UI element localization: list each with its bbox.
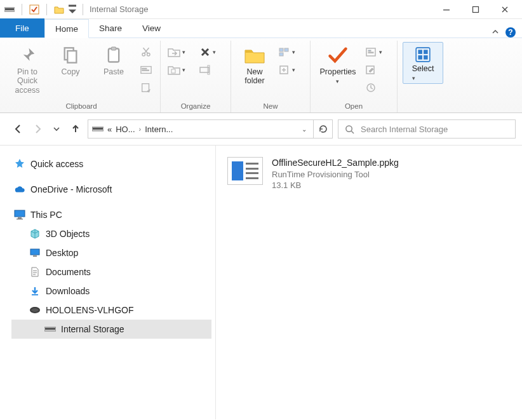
tab-share[interactable]: Share xyxy=(89,18,132,37)
tree-desktop[interactable]: Desktop xyxy=(11,243,211,262)
close-button[interactable] xyxy=(490,0,519,19)
tree-downloads[interactable]: Downloads xyxy=(11,281,211,301)
tree-label: Internal Storage xyxy=(61,324,124,334)
svg-rect-21 xyxy=(279,53,283,56)
select-grid-icon xyxy=(413,45,432,64)
new-folder-button[interactable]: New folder xyxy=(236,42,273,86)
help-icon[interactable]: ? xyxy=(505,27,516,37)
cube-icon xyxy=(29,228,41,240)
tree-label: OneDrive - Microsoft xyxy=(30,184,112,194)
svg-rect-37 xyxy=(18,217,22,219)
svg-rect-4 xyxy=(443,10,450,10)
svg-rect-39 xyxy=(30,249,39,255)
back-button[interactable] xyxy=(11,122,25,136)
svg-rect-45 xyxy=(45,328,55,330)
quick-access-toolbar xyxy=(4,4,86,15)
checkmark-icon xyxy=(327,44,349,66)
address-dropdown-icon[interactable]: ⌄ xyxy=(299,126,309,133)
copy-button[interactable]: Copy xyxy=(51,42,90,76)
rename-button[interactable] xyxy=(197,62,225,78)
svg-rect-7 xyxy=(67,51,76,63)
navigation-bar: « HO... › Intern... ⌄ xyxy=(0,113,522,146)
search-input[interactable] xyxy=(359,124,509,135)
recent-locations-button[interactable] xyxy=(50,122,64,136)
search-icon xyxy=(345,125,354,134)
svg-rect-16 xyxy=(171,69,175,73)
up-button[interactable] xyxy=(69,122,83,136)
tab-home[interactable]: Home xyxy=(44,19,89,38)
move-to-button[interactable]: ▾ xyxy=(166,44,194,60)
easy-access-button[interactable]: ▾ xyxy=(277,62,305,78)
tree-this-pc[interactable]: This PC xyxy=(11,205,211,224)
history-button[interactable] xyxy=(364,80,392,95)
pin-to-quick-access-button[interactable]: Pin to Quick access xyxy=(8,42,47,95)
document-icon xyxy=(29,266,41,278)
ribbon-group-new: New folder ▾ ▾ New xyxy=(231,41,311,112)
new-folder-label: New folder xyxy=(236,67,273,86)
copy-icon xyxy=(60,44,81,66)
paste-button[interactable]: Paste xyxy=(94,42,133,76)
svg-rect-19 xyxy=(279,48,283,51)
delete-button[interactable]: ▾ xyxy=(197,44,225,60)
tree-internal-storage[interactable]: Internal Storage xyxy=(11,320,211,339)
drive-icon xyxy=(44,323,56,335)
file-item[interactable]: OfflineSecureHL2_Sample.ppkg RunTime Pro… xyxy=(225,154,513,194)
svg-rect-32 xyxy=(424,55,428,60)
svg-rect-31 xyxy=(418,55,422,60)
chevron-right-icon[interactable]: › xyxy=(139,125,142,133)
svg-rect-29 xyxy=(418,50,422,54)
minimize-button[interactable] xyxy=(432,0,461,19)
open-button[interactable]: ▾ xyxy=(364,44,392,60)
tree-onedrive[interactable]: OneDrive - Microsoft xyxy=(11,180,211,199)
ribbon-group-open: Properties▾ ▾ Open xyxy=(311,41,398,112)
qat-customize-dropdown-icon[interactable] xyxy=(69,4,76,15)
file-type: RunTime Provisioning Tool xyxy=(272,169,399,180)
properties-button[interactable]: Properties▾ xyxy=(316,42,360,86)
folder-icon[interactable] xyxy=(53,4,65,15)
drive-icon xyxy=(92,125,104,133)
svg-rect-1 xyxy=(5,8,14,10)
checkmark-icon[interactable] xyxy=(29,4,40,15)
cut-button[interactable] xyxy=(137,44,155,60)
copy-to-button[interactable]: ▾ xyxy=(166,62,194,78)
copy-path-button[interactable] xyxy=(137,62,155,78)
tree-quick-access[interactable]: Quick access xyxy=(11,154,211,173)
svg-point-43 xyxy=(31,308,39,312)
tab-view[interactable]: View xyxy=(132,18,171,37)
tree-3d-objects[interactable]: 3D Objects xyxy=(11,224,211,243)
svg-rect-5 xyxy=(473,6,479,12)
tree-label: HOLOLENS-VLHGOF xyxy=(46,305,133,315)
tree-label: This PC xyxy=(30,210,62,220)
refresh-button[interactable] xyxy=(314,119,333,139)
search-box[interactable] xyxy=(338,119,516,139)
desktop-icon xyxy=(29,247,41,259)
ribbon-group-clipboard: Pin to Quick access Copy Paste xyxy=(3,41,161,112)
select-button[interactable]: Select▾ xyxy=(403,42,443,84)
ribbon-tabs: File Home Share View ? xyxy=(0,19,522,38)
tree-hololens-device[interactable]: HOLOLENS-VLHGOF xyxy=(11,301,211,320)
edit-button[interactable] xyxy=(364,62,392,78)
new-item-button[interactable]: ▾ xyxy=(277,44,305,60)
svg-rect-3 xyxy=(69,4,76,6)
svg-rect-30 xyxy=(424,50,428,54)
maximize-button[interactable] xyxy=(461,0,490,19)
tab-file[interactable]: File xyxy=(0,18,44,37)
download-arrow-icon xyxy=(29,285,41,297)
address-bar[interactable]: « HO... › Intern... ⌄ xyxy=(88,119,314,139)
collapse-ribbon-button[interactable] xyxy=(492,28,499,37)
breadcrumb-current[interactable]: Intern... xyxy=(145,125,173,134)
svg-rect-14 xyxy=(142,70,149,71)
forward-button[interactable] xyxy=(30,122,44,136)
file-size: 13.1 KB xyxy=(272,180,399,191)
file-name: OfflineSecureHL2_Sample.ppkg xyxy=(272,157,399,169)
ribbon: Pin to Quick access Copy Paste xyxy=(0,38,522,113)
svg-rect-9 xyxy=(112,47,116,50)
pin-icon xyxy=(17,44,38,66)
tree-label: 3D Objects xyxy=(46,229,90,239)
breadcrumb-parent[interactable]: HO... xyxy=(116,125,135,134)
paste-shortcut-button[interactable] xyxy=(137,80,155,95)
breadcrumb-ellipsis[interactable]: « xyxy=(107,125,112,134)
tree-documents[interactable]: Documents xyxy=(11,262,211,281)
svg-rect-8 xyxy=(109,49,119,62)
ppkg-file-icon xyxy=(227,157,263,185)
